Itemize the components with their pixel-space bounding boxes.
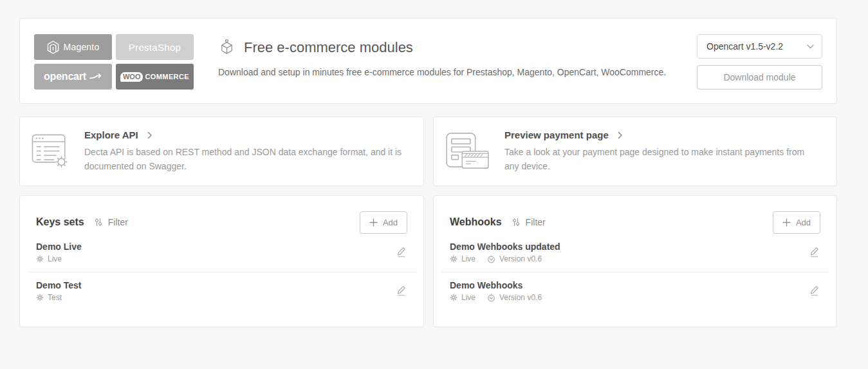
webhooks-add-label: Add — [796, 218, 811, 227]
environment-gear-icon — [36, 255, 44, 263]
webhooks-title: Webhooks — [450, 216, 502, 228]
keys-sets-title: Keys sets — [36, 216, 84, 228]
module-logo-grid: Magento PrestaShop opencart WOO COMMERCE — [34, 34, 194, 90]
module-version-select[interactable]: Opencart v1.5-v2.2 — [697, 34, 822, 59]
version-badge: Version v0.6 — [499, 254, 542, 263]
module-cube-icon — [218, 39, 235, 56]
explore-api-description: Decta API is based on REST method and JS… — [84, 145, 408, 173]
modules-description: Download and setup in minutes free e-com… — [218, 67, 684, 77]
filter-icon — [512, 218, 521, 227]
magento-icon — [47, 41, 59, 54]
payment-page-icon — [445, 132, 490, 171]
preview-payment-title[interactable]: Preview payment page — [504, 129, 609, 140]
chevron-right-icon — [618, 131, 623, 139]
explore-api-title[interactable]: Explore API — [84, 129, 138, 140]
environment-badge: Live — [461, 254, 476, 263]
webhooks-add-button[interactable]: Add — [773, 211, 820, 234]
edit-webhook-button[interactable] — [808, 245, 820, 258]
version-clock-icon — [487, 294, 495, 302]
edit-key-set-button[interactable] — [395, 284, 407, 298]
keys-list-item: Demo Live Live — [28, 234, 416, 272]
logo-opencart-label: opencart — [44, 71, 86, 82]
logo-magento-label: Magento — [64, 42, 100, 52]
download-module-label: Download module — [723, 72, 795, 82]
keys-filter-button[interactable]: Filter — [94, 217, 128, 227]
logo-prestashop[interactable]: PrestaShop — [116, 34, 194, 60]
version-clock-icon — [487, 255, 495, 263]
preview-payment-card[interactable]: Preview payment page Take a look at your… — [433, 117, 837, 186]
webhook-name: Demo Webhooks — [450, 280, 820, 290]
edit-key-set-button[interactable] — [395, 245, 407, 258]
keys-filter-label: Filter — [108, 217, 128, 227]
logo-opencart[interactable]: opencart — [34, 64, 112, 90]
modules-card: Magento PrestaShop opencart WOO COMMERCE — [19, 18, 837, 104]
environment-badge: Live — [48, 254, 62, 263]
download-module-button[interactable]: Download module — [697, 65, 822, 90]
environment-badge: Test — [48, 293, 62, 302]
logo-prestashop-label: PrestaShop — [129, 42, 181, 53]
api-browser-icon — [32, 133, 70, 170]
modules-main: Free e-commerce modules Download and set… — [218, 34, 684, 77]
explore-api-card[interactable]: Explore API Decta API is based on REST m… — [19, 117, 424, 186]
version-badge: Version v0.6 — [499, 293, 542, 302]
webhook-list-item: Demo Webhooks Live — [441, 272, 829, 311]
webhook-name: Demo Wehbooks updated — [450, 241, 820, 252]
developer-dashboard: Magento PrestaShop opencart WOO COMMERCE — [0, 0, 837, 327]
webhooks-filter-label: Filter — [526, 217, 546, 227]
plus-icon — [782, 218, 791, 227]
key-set-name: Demo Test — [36, 280, 407, 290]
plus-icon — [369, 218, 378, 227]
keys-add-button[interactable]: Add — [360, 211, 407, 234]
keys-list-item: Demo Test Test — [28, 272, 416, 311]
keys-add-label: Add — [383, 218, 398, 227]
logo-woocommerce[interactable]: WOO COMMERCE — [116, 64, 194, 90]
logo-magento[interactable]: Magento — [34, 34, 112, 60]
keys-sets-card: Keys sets Filter — [19, 195, 424, 327]
chevron-right-icon — [147, 131, 152, 139]
preview-payment-description: Take a look at your payment page designe… — [504, 145, 821, 173]
chevron-down-icon — [807, 44, 814, 49]
environment-badge: Live — [461, 293, 476, 302]
environment-gear-icon — [36, 294, 44, 301]
filter-icon — [94, 218, 103, 227]
webhook-list-item: Demo Wehbooks updated Live — [441, 234, 829, 272]
modules-controls: Opencart v1.5-v2.2 Download module — [697, 34, 822, 90]
webhooks-card: Webhooks Filter — [433, 195, 837, 327]
key-set-name: Demo Live — [36, 241, 407, 252]
module-version-value: Opencart v1.5-v2.2 — [706, 41, 807, 52]
edit-webhook-button[interactable] — [808, 284, 820, 298]
environment-gear-icon — [450, 294, 457, 301]
environment-gear-icon — [450, 255, 457, 263]
woocommerce-badge: WOO — [120, 72, 143, 82]
webhooks-filter-button[interactable]: Filter — [512, 217, 546, 227]
page-title: Free e-commerce modules — [244, 39, 413, 56]
woocommerce-label: COMMERCE — [145, 73, 189, 80]
opencart-cart-icon — [89, 73, 102, 81]
